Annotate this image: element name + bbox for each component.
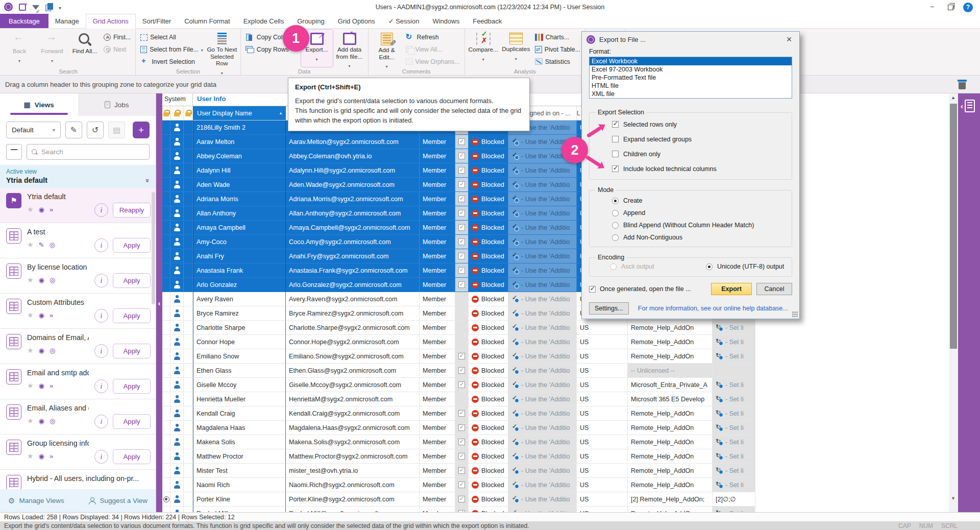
sidebar-tab-jobs[interactable]: Jobs [78, 93, 156, 116]
checkbox-cell[interactable] [455, 335, 469, 349]
info-icon-button[interactable]: i [94, 274, 108, 287]
user-row[interactable]: Mister Testmister_test@ovh.ytria.ioMembe… [162, 464, 755, 478]
tab-windows[interactable]: Windows [426, 14, 466, 28]
view-apply-button[interactable]: Apply [113, 449, 151, 464]
ribbon-button-charts[interactable]: Charts... [533, 32, 571, 42]
copy-icon[interactable] [45, 3, 53, 11]
save-view-button[interactable]: ▤ [108, 122, 125, 138]
view-item-email-aliases-and-other-mails-in-o[interactable]: Email, Aliases and other Mails in o...★◉… [0, 399, 156, 435]
locked-column-header[interactable] [184, 106, 193, 120]
info-icon-button[interactable]: i [94, 203, 108, 217]
checkbox-cell[interactable] [455, 278, 469, 292]
user-row[interactable]: Matthew ProctorMatthew.Proctor@sygx2.onm… [162, 449, 755, 464]
user-row[interactable]: Magdalena HaasMagdalena.Haas@sygx2.onmic… [162, 421, 755, 435]
restore-button[interactable] [941, 1, 960, 13]
open-after-checkbox[interactable]: Once generated, open the file ... [589, 285, 706, 293]
undo-button[interactable]: ↺ [87, 122, 104, 138]
option-children-only[interactable]: Children only [595, 147, 787, 161]
ribbon-button-first[interactable]: First... [102, 32, 133, 42]
preset-dropdown[interactable]: Default ▾ [6, 122, 61, 138]
minimize-button[interactable] [923, 1, 941, 13]
checkbox-cell[interactable] [455, 163, 469, 178]
checkbox-cell[interactable] [455, 364, 469, 378]
ribbon-button-select-all[interactable]: Select All [138, 32, 178, 42]
add-view-button[interactable]: + [133, 122, 150, 138]
checkbox-cell[interactable] [455, 507, 469, 512]
view-apply-button[interactable]: Apply [113, 344, 151, 358]
view-item-hybrid-all-users-including-on-pr[interactable]: Hybrid - All users, including on-pr... [0, 470, 156, 489]
locked-column-header[interactable] [162, 106, 170, 120]
ribbon-button-statistics[interactable]: Statistics [533, 56, 572, 67]
tab-session[interactable]: Session [382, 14, 426, 28]
scroll-up-icon[interactable]: ▲ [951, 95, 955, 100]
sidebar-tab-views[interactable]: ▦Views [0, 93, 78, 116]
ribbon-button-add-data-from-file[interactable]: Add data from file... [334, 30, 365, 67]
user-row[interactable]: Henrietta MuellerHenriettaM@sygx2.onmicr… [162, 392, 755, 406]
user-row[interactable]: Porter KlinePorter.Kline@sygx2.onmicroso… [162, 492, 755, 507]
ribbon-collapse-icon[interactable]: ∧ [951, 4, 955, 11]
checkbox-cell[interactable] [455, 421, 469, 435]
checkbox-cell[interactable] [455, 263, 469, 278]
view-apply-button[interactable]: Apply [113, 379, 151, 394]
checkbox-cell[interactable] [455, 492, 469, 507]
help-link[interactable]: For more information, see our online hel… [634, 305, 792, 312]
open-right-panel-button[interactable]: ‹ [961, 100, 975, 112]
view-apply-button[interactable]: Apply [113, 238, 151, 253]
tab-feedback[interactable]: Feedback [466, 14, 508, 28]
export-icon[interactable] [19, 4, 26, 11]
double-chevron-down-icon[interactable]: » [144, 178, 152, 182]
ribbon-button-copy-rows[interactable]: Copy Rows [243, 44, 291, 55]
tab-sort-filter[interactable]: Sort/Filter [136, 14, 178, 28]
locked-column-header[interactable] [170, 106, 184, 120]
group-header-system[interactable]: System [162, 93, 193, 106]
ribbon-button-export[interactable]: Export...1 [301, 30, 333, 67]
checkbox-cell[interactable] [455, 249, 469, 263]
footer-manage-views[interactable]: ⚙Manage Views [8, 496, 64, 505]
info-icon-button[interactable]: i [94, 379, 108, 393]
format-option-html-file[interactable]: HTML file [590, 82, 792, 90]
tab-column-format[interactable]: Column Format [178, 14, 237, 28]
info-icon-button[interactable]: i [94, 450, 108, 464]
ribbon-button-view-all[interactable]: View All... [404, 44, 445, 55]
vertical-scrollbar[interactable]: ▲ ▼ [949, 93, 958, 512]
tab-grid-actions[interactable]: Grid Actions [86, 14, 136, 29]
view-item-group-licensing-info[interactable]: Group licensing info★◉»iApply [0, 435, 156, 470]
checkbox-cell[interactable] [455, 306, 469, 321]
view-item-by-license-location[interactable]: By license location★◉◎iApply [0, 258, 156, 294]
edit-views-button[interactable]: ✎ [65, 122, 82, 138]
checkbox-cell[interactable] [455, 478, 469, 492]
scrollbar-thumb[interactable] [950, 104, 957, 349]
format-option-excel-97-2003-workbook[interactable]: Excel 97-2003 Workbook [590, 65, 792, 74]
ribbon-button-compare[interactable]: Compare... [468, 30, 499, 67]
checkbox-cell[interactable] [455, 178, 469, 192]
trash-icon[interactable] [958, 78, 967, 90]
checkbox-cell[interactable] [455, 206, 469, 221]
user-row[interactable]: Kendall CraigKendall.Craig@sygx2.onmicro… [162, 406, 755, 421]
cancel-button[interactable]: Cancel [756, 283, 792, 295]
dialog-close-button[interactable]: × [783, 34, 795, 45]
view-item-a-test[interactable]: A test★✎◎iApply [0, 223, 156, 258]
export-button[interactable]: Export [711, 283, 752, 295]
option-include-locked-technical-columns[interactable]: Include locked technical columns [595, 161, 787, 176]
format-option-excel-workbook[interactable]: Excel Workbook [590, 57, 792, 65]
ribbon-button-view-orphans[interactable]: View Orphans... [404, 56, 462, 67]
filter-button[interactable] [6, 144, 22, 160]
ribbon-button-invert-selection[interactable]: Invert Selection [138, 56, 197, 67]
search-input[interactable] [41, 148, 144, 156]
dialog-title-bar[interactable]: Export to File ... × [582, 32, 799, 47]
checkbox-cell[interactable] [455, 235, 469, 249]
info-icon-button[interactable]: i [94, 238, 108, 252]
user-row[interactable]: Connor HopeConnor.Hope@sygx2.onmicrosoft… [162, 335, 755, 349]
app-logo-icon[interactable] [4, 3, 13, 11]
option-selected-rows-only[interactable]: Selected rows only [595, 117, 787, 132]
user-row[interactable]: Ethen GlassEthen.Glass@sygx2.onmicrosoft… [162, 364, 755, 378]
tab-manage[interactable]: Manage [48, 14, 86, 28]
ribbon-button-go-to-next-selected-row[interactable]: Go To Next Selected Row [206, 30, 238, 67]
scroll-down-icon[interactable]: ▼ [951, 496, 955, 501]
checkbox-cell[interactable] [455, 221, 469, 235]
info-icon-button[interactable]: i [94, 415, 108, 428]
checkbox-cell[interactable] [455, 192, 469, 206]
checkbox-cell[interactable] [455, 321, 469, 335]
option-expand-selected-groups[interactable]: Expand selected groups [595, 132, 787, 147]
footer-suggest-a-view[interactable]: Suggest a View [88, 497, 148, 504]
